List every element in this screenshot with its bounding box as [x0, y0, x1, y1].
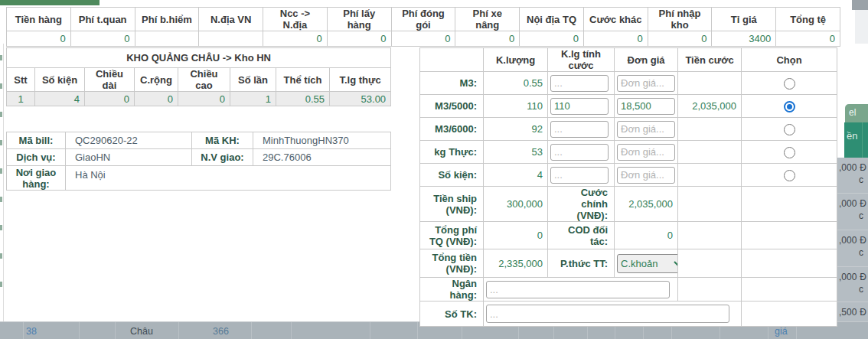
fee-col-header: Phí t.quan	[70, 8, 135, 31]
row-name-fragment: Châu	[130, 326, 153, 337]
modal-left-border	[3, 44, 4, 321]
payment-method-select[interactable]: C.khoản	[617, 254, 678, 273]
background-left-fragment	[0, 282, 2, 287]
delivery-place-value: Hà Nội	[66, 166, 391, 191]
shipment-cell: 0	[85, 92, 135, 106]
fee-value-cell: 0	[520, 31, 584, 47]
bank-input[interactable]	[486, 281, 670, 298]
empty-header-cell	[420, 48, 484, 72]
price-option-radio[interactable]	[784, 78, 795, 90]
shipment-col-header: Stt	[7, 68, 35, 92]
total-value: 2,335,000	[484, 249, 548, 278]
row-label: M3/5000:	[420, 95, 484, 118]
bill-code-value: QC290620-22	[66, 132, 192, 149]
total-label: Tổng tiền (VNĐ):	[420, 249, 484, 278]
text-fragment: Đ	[860, 162, 866, 173]
text-fragment: c	[859, 174, 863, 185]
bill-info-table: Mã bill: QC290620-22 Mã KH: MinhThuongHN…	[6, 132, 391, 191]
fee-col-header: Ncc -> N.địa	[263, 8, 328, 31]
freight-value	[678, 141, 742, 164]
total-row: Tổng tiền (VNĐ): 2,335,000 P.thức TT: C.…	[420, 249, 837, 278]
price-option-radio[interactable]	[784, 124, 795, 135]
price-option-radio[interactable]	[784, 170, 795, 181]
background-row-fragment: ,000 Đ c	[837, 158, 868, 193]
background-right-soft-area	[855, 10, 868, 44]
fee-values-row: 0 0 0 0 0 0 0 0 0 3400 0	[7, 31, 840, 47]
ship-fee-row: Tiền ship (VNĐ): 300,000 Cước chính (VNĐ…	[420, 187, 837, 222]
shipment-cell: 4	[35, 92, 85, 106]
row-price-fragment: giá	[775, 326, 788, 337]
text-fragment: c	[859, 284, 863, 295]
row-label: Số kiện:	[420, 164, 484, 187]
pricing-row-so-kien: Số kiện: 4	[420, 164, 837, 187]
unit-price-input[interactable]	[617, 75, 675, 92]
account-number-input[interactable]	[486, 305, 729, 323]
row-code-fragment: 366	[213, 326, 229, 337]
quantity-value: 0.55	[484, 72, 548, 95]
fee-value-cell: 0	[583, 31, 648, 47]
text-fragment: Đ	[860, 307, 866, 318]
payment-method-label: P.thức TT:	[548, 249, 615, 278]
fee-col-header: Tiền hàng	[7, 8, 71, 31]
unit-price-input[interactable]	[617, 144, 675, 161]
shipment-data-row: 1 4 0 0 0 1 0.55 53.00	[7, 92, 391, 106]
unit-price-input[interactable]	[617, 167, 675, 184]
ship-fee-value: 300,000	[484, 187, 548, 222]
main-freight-label: Cước chính (VNĐ):	[548, 187, 615, 222]
unit-price-input[interactable]	[617, 98, 675, 115]
background-left-fragment	[0, 253, 2, 259]
empty-cell	[742, 222, 837, 249]
background-table-rows-fragment: ,000 Đ c ,000 Đ c ,000 Đ c ,000 Đ c ,500…	[837, 158, 868, 339]
price-option-radio-selected[interactable]	[784, 101, 795, 112]
customer-code-value: MinhThuongHN370	[253, 132, 391, 149]
empty-cell	[678, 222, 742, 249]
amount-fragment: ,000	[839, 235, 857, 246]
unit-price-input[interactable]	[617, 121, 675, 138]
china-fee-value: 0	[484, 222, 548, 249]
cod-label: COD đối tác:	[548, 222, 615, 249]
shipment-cell: 53.00	[330, 92, 391, 106]
billed-weight-input[interactable]	[550, 98, 609, 115]
customer-code-label: Mã KH:	[192, 132, 253, 149]
fee-value-cell: 0	[263, 31, 328, 47]
billed-weight-input[interactable]	[550, 144, 609, 161]
bank-label: Ngân hàng:	[420, 278, 484, 302]
china-fee-row: Tổng phí TQ (VNĐ): 0 COD đối tác: 0	[420, 222, 837, 249]
quantity-value: 53	[484, 141, 548, 164]
shipment-cell: 0.55	[276, 92, 330, 106]
pricing-row-m3: M3: 0.55	[420, 72, 837, 95]
amount-fragment: ,000	[839, 272, 857, 282]
background-page-header-fragment	[0, 0, 100, 5]
excel-button-fragment[interactable]: el	[845, 104, 868, 122]
text-fragment: c	[859, 247, 863, 258]
freight-value	[678, 164, 742, 187]
background-row-fragment: ,000 Đ c	[837, 193, 868, 228]
account-number-row: Số TK:	[420, 302, 837, 327]
bank-row: Ngân hàng:	[420, 278, 837, 302]
text-fragment: c	[859, 210, 863, 221]
billed-weight-input[interactable]	[550, 167, 609, 184]
billed-weight-input[interactable]	[550, 75, 609, 92]
fee-value-cell: 0	[7, 31, 71, 47]
shipment-col-header: Chiều cao	[178, 68, 230, 92]
quantity-value: 4	[484, 164, 548, 187]
shipment-col-header: Số lần	[230, 68, 276, 92]
fee-value-cell: 0	[455, 31, 520, 47]
empty-cell	[742, 249, 837, 278]
shipment-header-row: Stt Số kiện Chiều dài C.rộng Chiều cao S…	[7, 68, 391, 92]
fee-value-cell: 0	[327, 31, 391, 47]
fee-col-header: Phí xe nâng	[455, 8, 520, 31]
shipment-cell: 1	[7, 92, 35, 106]
row-id-fragment: 38	[26, 326, 37, 337]
billed-weight-input[interactable]	[550, 121, 609, 138]
background-header-divider	[862, 122, 863, 158]
price-option-radio[interactable]	[784, 147, 795, 158]
fee-col-header: Phí lấy hàng	[327, 8, 391, 31]
pricing-row-kg-thuc: kg Thực: 53	[420, 141, 837, 164]
service-label: Dịch vụ:	[7, 149, 66, 166]
fee-col-header: Phí b.hiểm	[135, 8, 199, 31]
text-fragment: Đ	[860, 272, 866, 282]
fee-value-cell: 0	[776, 31, 840, 47]
fee-col-header: Cước khác	[583, 8, 648, 31]
fee-col-header: N.địa VN	[199, 8, 263, 31]
